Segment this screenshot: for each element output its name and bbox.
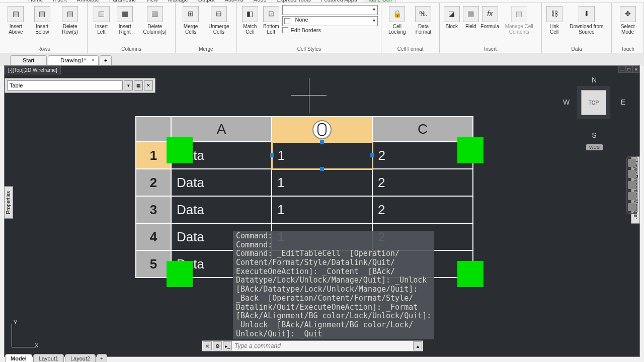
delete-cols-button[interactable]: ▥Delete Column(s) <box>138 5 172 36</box>
tab-layout2[interactable]: Layout2 <box>65 354 96 362</box>
ribbon-tab-parametric[interactable]: Parametric <box>106 0 139 3</box>
ribbon-tab-insert[interactable]: Insert <box>50 0 70 3</box>
properties-palette-tab[interactable]: Properties <box>4 187 13 219</box>
cmdline-close-button[interactable]: ✕ <box>203 341 212 350</box>
zoom-button[interactable] <box>628 181 636 189</box>
viewcube-top[interactable]: TOP <box>581 90 606 115</box>
ribbon-tab-home[interactable]: Home <box>25 0 46 3</box>
row-header[interactable]: 2 <box>136 169 171 196</box>
viewcube-south[interactable]: S <box>592 131 596 139</box>
quickselect-button[interactable]: ▾ <box>124 80 133 90</box>
command-line: ✕ ⚙ ▸_ ▴ <box>202 340 423 351</box>
bg-style-combo[interactable]: None <box>282 16 378 26</box>
navigation-bar <box>626 156 637 214</box>
unmerge-icon: ⊟ <box>211 6 227 22</box>
ribbon-tab-tablecell[interactable]: Table Cell <box>364 0 395 3</box>
table-cell[interactable]: Data <box>171 196 272 223</box>
object-type-select[interactable] <box>7 80 123 90</box>
ribbon-group-label: Rows <box>3 46 84 52</box>
ribbon-group-label: Merge <box>179 46 234 52</box>
ribbon-tab-view[interactable]: View <box>143 0 161 3</box>
manage-cell-button[interactable]: ▤Manage Cell Contents <box>500 5 538 36</box>
selection-grip[interactable] <box>167 261 193 287</box>
pan-button[interactable] <box>628 170 636 178</box>
insert-left-button[interactable]: ▥Insert Left <box>91 5 112 36</box>
tab-layout1[interactable]: Layout1 <box>33 354 64 362</box>
drawing-viewport[interactable]: [-][Top][2D Wireframe] — ▢ ✕ ▾ ▦ ✕ Prope… <box>4 65 640 357</box>
borders-icon <box>282 27 288 33</box>
tab-new[interactable]: + <box>100 55 112 65</box>
align-button[interactable]: ⊡Bottom Left <box>261 5 281 36</box>
ribbon-tab-annotate[interactable]: Annotate <box>74 0 102 3</box>
ribbon-tab-manage[interactable]: Manage <box>165 0 191 3</box>
row-header[interactable]: 4 <box>136 223 171 250</box>
link-icon: ⛓ <box>546 6 562 22</box>
insert-below-button[interactable]: ▤Insert Below <box>30 5 55 36</box>
orbit-button[interactable] <box>628 192 636 200</box>
merge-cells-button[interactable]: ⊞Merge Cells <box>179 5 203 36</box>
block-button[interactable]: ◪Block <box>443 5 461 36</box>
merge-icon: ⊞ <box>183 6 199 22</box>
data-format-button[interactable]: %.Data Format <box>411 5 436 36</box>
row-header[interactable]: 3 <box>136 196 171 223</box>
showmotion-button[interactable] <box>628 203 636 211</box>
ribbon-tab-a360[interactable]: A360 <box>251 0 270 3</box>
row-header[interactable]: 5 <box>136 250 171 278</box>
block-icon: ◪ <box>444 6 460 22</box>
table-cell[interactable]: 1 <box>272 142 372 169</box>
unmerge-cells-button[interactable]: ⊟Unmerge Cells <box>204 5 234 36</box>
table-corner[interactable] <box>136 117 171 142</box>
viewcube-east[interactable]: E <box>621 98 625 106</box>
crosshair-vertical <box>309 78 309 113</box>
cmdline-options-button[interactable]: ⚙ <box>213 341 222 350</box>
link-cell-button[interactable]: ⛓Link Cell <box>545 5 564 36</box>
viewcube-north[interactable]: N <box>592 76 597 84</box>
tab-model[interactable]: Model <box>5 354 32 362</box>
table-cell[interactable]: 1 <box>272 169 372 196</box>
edit-borders-button[interactable]: Edit Borders <box>282 27 378 33</box>
download-icon: ⬇ <box>579 6 595 22</box>
ribbon-tab-output[interactable]: Output <box>195 0 218 3</box>
selection-grip[interactable] <box>457 261 484 287</box>
viewcube[interactable]: N S W E TOP WCS <box>564 76 624 146</box>
cell-style-combo[interactable] <box>282 5 378 15</box>
close-icon[interactable]: ✕ <box>91 58 95 63</box>
cmdline-prompt-icon: ▸_ <box>223 341 232 350</box>
pickset-button[interactable]: ▦ <box>134 80 143 90</box>
maximize-button[interactable]: ▢ <box>625 66 632 73</box>
tab-drawing1[interactable]: Drawing1*✕ <box>48 55 99 65</box>
insert-above-button[interactable]: ▤Insert Above <box>3 5 29 36</box>
viewport-label[interactable]: [-][Top][2D Wireframe] <box>5 66 61 74</box>
row-header[interactable]: 1 <box>136 142 171 169</box>
ribbon-group-touch: ✥Select Mode Touch <box>612 3 644 53</box>
delete-rows-button[interactable]: ▤Delete Row(s) <box>56 5 85 36</box>
tab-add-layout[interactable]: + <box>97 354 107 362</box>
steering-wheel-button[interactable] <box>628 159 636 167</box>
table-cell[interactable]: 1 <box>272 196 372 223</box>
select-mode-button[interactable]: ✥Select Mode <box>615 5 640 36</box>
ribbon-tab-addins[interactable]: Add-ins <box>222 0 247 3</box>
ribbon-group-columns: ▥Insert Left ▥Insert Right ▥Delete Colum… <box>88 3 175 53</box>
table-cell[interactable]: Data <box>171 169 272 196</box>
download-source-button[interactable]: ⬇Download from Source <box>565 5 608 36</box>
field-button[interactable]: ▦Field <box>462 5 480 36</box>
close-button[interactable]: ✕ <box>632 66 639 73</box>
match-cell-button[interactable]: ◧Match Cell <box>240 5 260 36</box>
ribbon-tab-express[interactable]: Express Tools <box>274 0 314 3</box>
viewcube-west[interactable]: W <box>563 98 570 106</box>
tab-start[interactable]: Start <box>10 55 47 65</box>
selection-grip[interactable] <box>457 137 484 163</box>
ribbon-tab-featured[interactable]: Featured Apps <box>318 0 360 3</box>
ribbon-group-cellformat: 🔒Cell Locking %.Data Format Cell Format <box>381 3 439 53</box>
insert-right-button[interactable]: ▥Insert Right <box>113 5 137 36</box>
cmdline-expand-button[interactable]: ▴ <box>413 341 422 350</box>
formula-button[interactable]: fxFormula <box>481 5 499 36</box>
wcs-badge[interactable]: WCS <box>586 144 603 150</box>
cell-locking-button[interactable]: 🔒Cell Locking <box>384 5 410 36</box>
minimize-button[interactable]: — <box>618 66 625 73</box>
selection-grip[interactable] <box>167 137 193 163</box>
table-cell[interactable]: 2 <box>372 169 473 196</box>
qp-close-button[interactable]: ✕ <box>144 80 153 90</box>
table-cell[interactable]: 2 <box>372 196 473 223</box>
command-input[interactable] <box>232 342 413 349</box>
